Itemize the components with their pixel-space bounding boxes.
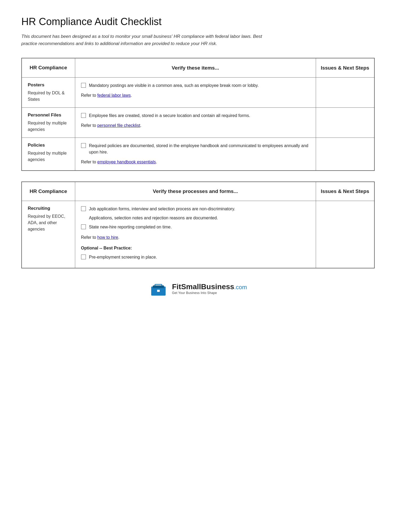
checkbox-recruiting-1[interactable] <box>81 206 86 211</box>
table2-header-verify: Verify these processes and forms... <box>75 182 316 201</box>
footer: FitSmallBusiness.com Get Your Business I… <box>21 279 375 296</box>
issues-cell-personnel <box>316 107 374 138</box>
table1-header-verify: Verify these items... <box>75 58 316 77</box>
logo-right: FitSmallBusiness.com Get Your Business I… <box>172 283 247 295</box>
logo-small: Small <box>181 283 201 291</box>
table-row: Recruiting Required by EEOC, ADA, and ot… <box>22 201 374 268</box>
checkbox-policies-1[interactable] <box>81 143 86 148</box>
category-name-policies: Policies <box>28 143 69 148</box>
table-row: Personnel Files Required by multiple age… <box>22 107 374 138</box>
category-sub-personnel: Required by multiple agencies <box>28 121 67 132</box>
verify-text-personnel-1: Employee files are created, stored in a … <box>89 112 310 119</box>
refer-link-policies[interactable]: employee handbook essentials <box>97 160 156 164</box>
checkbox-personnel-1[interactable] <box>81 113 86 118</box>
checkbox-posters-1[interactable] <box>81 83 86 88</box>
verify-text-recruiting-3: State new-hire reporting completed on ti… <box>89 224 310 230</box>
verify-item-recruiting-1: Job application forms, interview and sel… <box>81 206 310 212</box>
table-row: Posters Required by DOL & States Mandato… <box>22 77 374 107</box>
logo-business: Business <box>201 283 234 291</box>
refer-link-posters[interactable]: federal labor laws <box>97 93 131 98</box>
category-sub-policies: Required by multiple agencies <box>28 151 67 162</box>
checkbox-recruiting-bp1[interactable] <box>81 255 86 259</box>
refer-link-personnel[interactable]: personnel file checklist <box>97 123 140 128</box>
logo-container: FitSmallBusiness.com Get Your Business I… <box>149 282 247 296</box>
logo-tagline: Get Your Business Into Shape <box>172 291 247 295</box>
category-name-recruiting: Recruiting <box>28 206 69 211</box>
table2-header-row: HR Compliance Verify these processes and… <box>22 182 374 201</box>
verify-text-posters-1: Mandatory postings are visible in a comm… <box>89 82 310 89</box>
checkbox-recruiting-3[interactable] <box>81 224 86 229</box>
category-name-personnel: Personnel Files <box>28 112 69 118</box>
svg-rect-3 <box>157 290 160 292</box>
table2-header-compliance: HR Compliance <box>22 182 75 201</box>
logo-brand-line: FitSmallBusiness.com <box>172 283 247 291</box>
refer-line-posters: Refer to federal labor laws. <box>81 92 310 99</box>
table-compliance-processes: HR Compliance Verify these processes and… <box>21 182 375 269</box>
refer-line-policies: Refer to employee handbook essentials. <box>81 159 310 166</box>
verify-item-recruiting-3: State new-hire reporting completed on ti… <box>81 224 310 230</box>
table1-header-compliance: HR Compliance <box>22 58 75 77</box>
refer-line-recruiting: Refer to how to hire. <box>81 234 310 241</box>
verify-text-recruiting-bp1: Pre-employment screening in place. <box>89 254 310 260</box>
category-sub-recruiting: Required by EEOC, ADA, and other agencie… <box>28 214 65 231</box>
verify-item-recruiting-bp1: Pre-employment screening in place. <box>81 254 310 260</box>
verify-item: Mandatory postings are visible in a comm… <box>81 82 310 89</box>
intro-paragraph: This document has been designed as a too… <box>21 33 275 47</box>
verify-text-policies-1: Required policies are documented, stored… <box>89 143 310 155</box>
logo-fit: Fit <box>172 283 181 291</box>
issues-cell-posters <box>316 77 374 107</box>
table2-header-issues: Issues & Next Steps <box>316 182 374 201</box>
verify-text-recruiting-2: Applications, selection notes and reject… <box>81 215 310 221</box>
table-row: Policies Required by multiple agencies R… <box>22 138 374 170</box>
refer-link-recruiting[interactable]: how to hire <box>97 235 118 240</box>
page-title: HR Compliance Audit Checklist <box>21 16 375 27</box>
table-compliance-items: HR Compliance Verify these items... Issu… <box>21 58 375 171</box>
svg-rect-2 <box>153 285 164 288</box>
category-sub-posters: Required by DOL & States <box>28 91 65 102</box>
briefcase-icon <box>149 282 168 296</box>
refer-line-personnel: Refer to personnel file checklist. <box>81 122 310 129</box>
category-name-posters: Posters <box>28 82 69 88</box>
logo-com: .com <box>234 284 247 291</box>
verify-text-recruiting-1: Job application forms, interview and sel… <box>89 206 310 212</box>
table1-header-row: HR Compliance Verify these items... Issu… <box>22 58 374 77</box>
table1-header-issues: Issues & Next Steps <box>316 58 374 77</box>
issues-cell-policies <box>316 138 374 170</box>
issues-cell-recruiting <box>316 201 374 268</box>
verify-item: Employee files are created, stored in a … <box>81 112 310 119</box>
best-practice-label: Optional -- Best Practice: <box>81 245 310 252</box>
verify-item: Required policies are documented, stored… <box>81 143 310 155</box>
